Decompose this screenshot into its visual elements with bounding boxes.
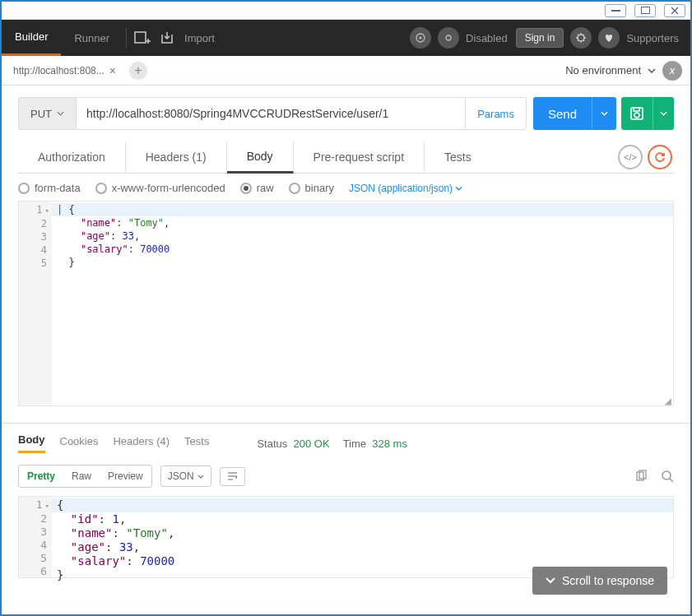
save-dropdown[interactable] [653,97,674,130]
tab-headers[interactable]: Headers (1) [126,142,227,172]
search-response-icon[interactable] [661,470,674,483]
save-button[interactable] [621,97,674,130]
radio-formdata-label: form-data [35,182,81,194]
response-view-row: Pretty Raw Preview JSON [18,456,674,496]
reset-icon[interactable] [648,145,672,169]
response-body-editor[interactable]: 1▾23456 { "id": 1, "name": "Tomy", "age"… [18,496,674,578]
response-body-code: { "id": 1, "name": "Tomy", "age": 33, "s… [52,497,673,577]
svg-rect-2 [135,32,146,43]
http-method-selector[interactable]: PUT [18,97,76,130]
chevron-down-icon [57,111,64,116]
request-body-code[interactable]: | { "name": "Tomy", "age": 33, "salary":… [52,201,673,405]
radio-formdata[interactable]: form-data [18,182,81,194]
time-value: 328 ms [372,438,407,450]
view-raw[interactable]: Raw [63,465,100,487]
radio-urlencoded-label: x-www-form-urlencoded [112,182,225,194]
new-collection-icon[interactable] [130,25,155,50]
tab-authorization[interactable]: Authorization [18,142,126,172]
supporters-label[interactable]: Supporters [626,32,679,44]
status-value: 200 OK [294,438,330,450]
scroll-to-response-label: Scroll to response [562,574,654,587]
runner-tab[interactable]: Runner [61,20,123,56]
send-dropdown[interactable] [592,97,616,130]
svg-rect-10 [634,108,639,111]
body-type-row: form-data x-www-form-urlencoded raw bina… [18,174,674,201]
request-body-editor[interactable]: 1▾2345 | { "name": "Tomy", "age": 33, "s… [18,201,674,406]
svg-line-17 [670,479,673,482]
save-icon [621,97,653,130]
response-lang-selector[interactable]: JSON [160,465,211,487]
copy-response-icon[interactable] [634,470,648,483]
response-tab-body[interactable]: Body [18,433,45,453]
response-tabs: Body Cookies Headers (4) Tests Status 20… [18,424,674,456]
close-tab-icon[interactable]: × [109,64,116,77]
code-snippet-icon[interactable]: </> [618,145,643,169]
chevron-down-icon [546,577,555,584]
tab-tests[interactable]: Tests [425,142,491,172]
view-mode-group: Pretty Raw Preview [18,465,152,488]
svg-point-16 [662,471,671,479]
add-tab-button[interactable]: + [129,62,147,80]
response-gutter: 1▾23456 [19,497,52,577]
response-tab-tests[interactable]: Tests [184,435,209,452]
interceptor-icon[interactable] [410,27,431,49]
import-label[interactable]: Import [179,20,228,56]
request-tab-title: http://localhost:808... [13,65,104,76]
response-tab-headers[interactable]: Headers (4) [113,435,170,452]
url-input[interactable] [76,97,465,130]
builder-tab[interactable]: Builder [2,20,61,56]
response-lang-label: JSON [168,470,194,482]
params-button[interactable]: Params [465,97,527,130]
radio-binary[interactable]: binary [289,182,334,194]
import-icon[interactable] [155,25,179,50]
environment-selector[interactable]: No environment [565,64,641,76]
wrap-lines-button[interactable] [220,467,245,486]
sync-status-label: Disabled [466,32,508,44]
radio-raw[interactable]: raw [240,182,274,194]
view-preview[interactable]: Preview [100,465,151,487]
content-type-selector[interactable]: JSON (application/json) [349,183,462,194]
radio-raw-label: raw [257,182,274,194]
radio-binary-label: binary [305,182,334,194]
request-tab[interactable]: http://localhost:808... × [5,57,124,85]
content-type-label: JSON (application/json) [349,183,453,194]
signin-button[interactable]: Sign in [516,28,564,48]
heart-icon[interactable] [598,27,620,49]
time-label: Time [343,438,366,450]
env-quicklook-icon[interactable]: x [662,61,682,81]
request-url-row: PUT Params Send [18,97,674,130]
settings-icon[interactable] [570,27,592,49]
window-close-button[interactable] [664,4,685,17]
send-button-label: Send [533,107,592,121]
window-maximize-button[interactable] [634,4,656,17]
sync-icon[interactable] [438,27,459,49]
editor-gutter: 1▾2345 [19,201,52,405]
request-tabbar: http://localhost:808... × + No environme… [2,56,690,86]
window-titlebar [2,2,690,20]
view-pretty[interactable]: Pretty [19,465,63,487]
chevron-down-icon[interactable] [648,68,656,73]
request-section-tabs: Authorization Headers (1) Body Pre-reque… [18,141,674,174]
main-toolbar: Builder Runner Import Disabled Sign in S… [2,20,690,56]
window-minimize-button[interactable] [605,4,626,17]
svg-point-6 [420,37,422,39]
svg-point-9 [634,113,639,118]
send-button[interactable]: Send [533,97,616,130]
scroll-to-response-button[interactable]: Scroll to response [532,567,667,595]
response-tab-cookies[interactable]: Cookies [60,435,99,452]
resize-handle-icon[interactable]: ◢ [665,397,671,404]
svg-rect-1 [641,7,649,14]
svg-rect-0 [611,10,620,12]
radio-urlencoded[interactable]: x-www-form-urlencoded [95,182,225,194]
tab-prerequest[interactable]: Pre-request script [294,142,425,172]
status-label: Status [257,438,287,450]
tab-body[interactable]: Body [227,141,294,174]
http-method-label: PUT [30,108,52,120]
